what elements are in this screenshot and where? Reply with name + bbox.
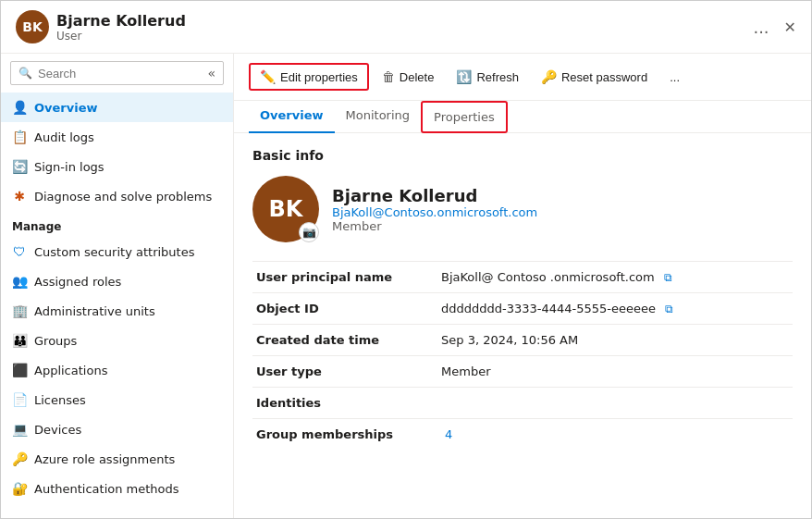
list-icon: 📋 xyxy=(12,130,27,144)
refresh-button[interactable]: 🔃 Refresh xyxy=(447,65,528,89)
overview-content: Basic info BK 📷 Bjarne Kollerud BjaKoll@… xyxy=(234,133,811,464)
panel-header: BK Bjarne Kollerud User ... ✕ xyxy=(1,1,811,54)
sidebar-item-label: Overview xyxy=(34,101,98,115)
sidebar-item-devices[interactable]: 💻 Devices xyxy=(1,414,233,444)
search-box[interactable]: 🔍 « xyxy=(10,61,224,85)
header-info: Bjarne Kollerud User xyxy=(56,12,745,43)
copy-upn-button[interactable]: ⧉ xyxy=(664,271,672,284)
info-table: User principal name BjaKoll@ Contoso .on… xyxy=(252,261,793,450)
basic-info-title: Basic info xyxy=(252,148,793,163)
sidebar-item-label: Azure role assignments xyxy=(34,452,175,466)
header-user-subtitle: User xyxy=(56,30,745,43)
key-reset-icon: 🔑 xyxy=(541,69,557,84)
user-card-info: Bjarne Kollerud BjaKoll@Contoso.onmicros… xyxy=(332,186,537,233)
sidebar-item-groups[interactable]: 👪 Groups xyxy=(1,326,233,355)
collapse-button[interactable]: « xyxy=(207,66,215,80)
header-avatar: BK xyxy=(16,10,49,43)
copy-objectid-button[interactable]: ⧉ xyxy=(665,303,673,315)
content-area: ✏️ Edit properties 🗑 Delete 🔃 Refresh 🔑 … xyxy=(234,54,811,518)
person-badge-icon: 👥 xyxy=(12,274,27,289)
license-icon: 📄 xyxy=(12,392,27,407)
edit-properties-button[interactable]: ✏️ Edit properties xyxy=(249,63,369,91)
field-label: User type xyxy=(252,356,437,388)
user-email: BjaKoll@Contoso.onmicrosoft.com xyxy=(332,205,537,219)
user-card: BK 📷 Bjarne Kollerud BjaKoll@Contoso.onm… xyxy=(252,176,793,242)
user-avatar-large: BK 📷 xyxy=(252,176,319,242)
sidebar-item-label: Audit logs xyxy=(34,130,94,144)
sidebar-item-label: Devices xyxy=(34,423,81,437)
table-row: User principal name BjaKoll@ Contoso .on… xyxy=(252,262,793,293)
sidebar-item-label: Diagnose and solve problems xyxy=(34,190,212,204)
field-value xyxy=(437,388,793,419)
main-layout: 🔍 « 👤 Overview 📋 Audit logs 🔄 Sign-in lo… xyxy=(1,54,811,518)
signin-icon: 🔄 xyxy=(12,159,27,174)
delete-button[interactable]: 🗑 Delete xyxy=(373,65,444,89)
sidebar-item-label: Applications xyxy=(34,364,107,377)
search-icon: 🔍 xyxy=(18,67,32,80)
sidebar-item-label: Licenses xyxy=(34,393,86,407)
sidebar-item-label: Authentication methods xyxy=(34,482,179,496)
sidebar-item-label: Custom security attributes xyxy=(34,245,194,259)
sidebar-item-label: Sign-in logs xyxy=(34,160,105,174)
building-icon: 🏢 xyxy=(12,303,27,318)
field-label: Object ID xyxy=(252,293,437,325)
tab-properties[interactable]: Properties xyxy=(421,101,508,133)
toolbar: ✏️ Edit properties 🗑 Delete 🔃 Refresh 🔑 … xyxy=(234,54,811,101)
field-label: Created date time xyxy=(252,325,437,356)
field-value: BjaKoll@ Contoso .onmicrosoft.com ⧉ xyxy=(437,262,793,293)
close-button[interactable]: ✕ xyxy=(784,19,796,36)
sidebar-item-applications[interactable]: ⬛ Applications xyxy=(1,355,233,385)
sidebar-item-diagnose[interactable]: ✱ Diagnose and solve problems xyxy=(1,181,233,211)
sidebar-item-label: Groups xyxy=(34,334,77,348)
table-row: Created date time Sep 3, 2024, 10:56 AM xyxy=(252,325,793,356)
tab-monitoring[interactable]: Monitoring xyxy=(335,101,422,133)
device-icon: 💻 xyxy=(12,422,27,437)
sidebar: 🔍 « 👤 Overview 📋 Audit logs 🔄 Sign-in lo… xyxy=(1,54,234,518)
sidebar-item-label: Assigned roles xyxy=(34,275,121,289)
sidebar-item-admin-units[interactable]: 🏢 Administrative units xyxy=(1,296,233,326)
sidebar-item-custom-security[interactable]: 🛡 Custom security attributes xyxy=(1,237,233,266)
sidebar-item-audit-logs[interactable]: 📋 Audit logs xyxy=(1,122,233,152)
table-row: Group memberships 4 xyxy=(252,419,793,451)
sidebar-item-assigned-roles[interactable]: 👥 Assigned roles xyxy=(1,266,233,296)
more-actions-button[interactable]: ... xyxy=(660,66,689,89)
table-row: Object ID dddddddd-3333-4444-5555-eeeeee… xyxy=(252,293,793,325)
table-row: User type Member xyxy=(252,356,793,388)
header-more-button[interactable]: ... xyxy=(753,18,769,37)
person-icon: 👤 xyxy=(12,100,27,115)
field-label: User principal name xyxy=(252,262,437,293)
tab-bar: Overview Monitoring Properties xyxy=(234,101,811,133)
tab-overview[interactable]: Overview xyxy=(249,101,335,133)
sidebar-item-sign-in-logs[interactable]: 🔄 Sign-in logs xyxy=(1,152,233,181)
key-icon: 🔑 xyxy=(12,451,27,466)
sidebar-item-licenses[interactable]: 📄 Licenses xyxy=(1,385,233,414)
user-fullname: Bjarne Kollerud xyxy=(332,186,537,205)
user-role: Member xyxy=(332,219,537,233)
field-label: Group memberships xyxy=(252,419,437,451)
field-value: Member xyxy=(437,356,793,388)
sidebar-item-auth-methods[interactable]: 🔐 Authentication methods xyxy=(1,474,233,503)
field-value: dddddddd-3333-4444-5555-eeeeee ⧉ xyxy=(437,293,793,325)
field-value: 4 xyxy=(437,419,793,451)
shield-icon: 🛡 xyxy=(12,244,27,259)
app-container: BK Bjarne Kollerud User ... ✕ 🔍 « 👤 Over… xyxy=(1,1,811,518)
sidebar-item-azure-roles[interactable]: 🔑 Azure role assignments xyxy=(1,444,233,474)
reset-password-button[interactable]: 🔑 Reset password xyxy=(532,65,657,89)
trash-icon: 🗑 xyxy=(382,69,395,84)
pencil-icon: ✏️ xyxy=(260,69,276,84)
table-row: Identities xyxy=(252,388,793,419)
app-icon: ⬛ xyxy=(12,363,27,377)
change-photo-button[interactable]: 📷 xyxy=(299,222,319,242)
sidebar-item-label: Administrative units xyxy=(34,304,155,318)
wrench-icon: ✱ xyxy=(12,189,27,204)
group-count[interactable]: 4 xyxy=(445,427,452,441)
manage-section-label: Manage xyxy=(1,211,233,237)
search-input[interactable] xyxy=(38,67,202,80)
sidebar-item-overview[interactable]: 👤 Overview xyxy=(1,93,233,122)
refresh-icon: 🔃 xyxy=(456,69,472,84)
auth-icon: 🔐 xyxy=(12,481,27,496)
field-value: Sep 3, 2024, 10:56 AM xyxy=(437,325,793,356)
field-label: Identities xyxy=(252,388,437,419)
group-icon: 👪 xyxy=(12,333,27,348)
header-user-name: Bjarne Kollerud xyxy=(56,12,745,30)
